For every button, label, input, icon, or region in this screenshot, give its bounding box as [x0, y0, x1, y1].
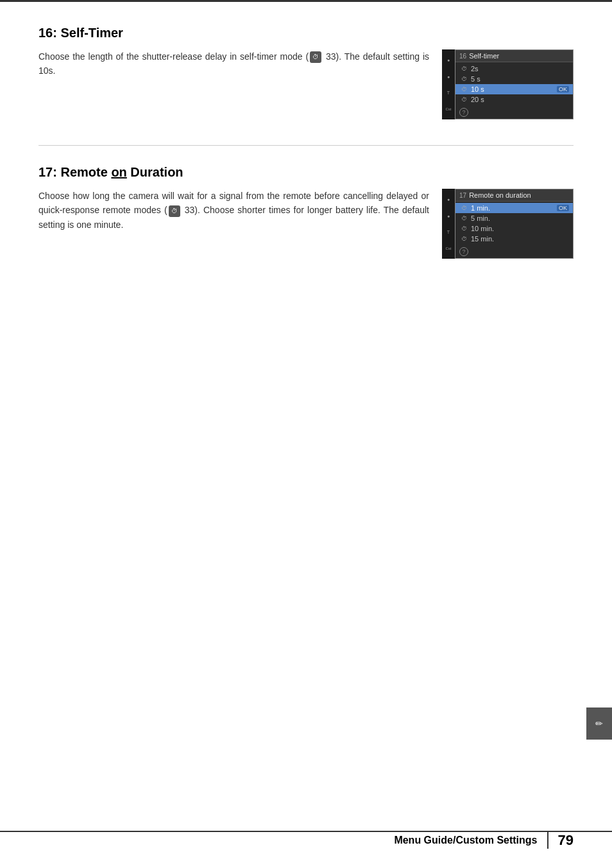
menu-17-label-5min: 5 min. — [471, 214, 569, 222]
side-label-cst: Cst — [443, 107, 454, 111]
menu-17-item-1min: ⏱ 1 min. OK — [455, 203, 573, 213]
remote-icon: ⏱ — [169, 205, 180, 217]
self-timer-icon: ⏱ — [310, 51, 321, 63]
camera-menu-16: 16 Self-timer ⏱ 2s ⏱ 5 s ⏱ — [455, 49, 574, 119]
menu-16-num: 16 — [459, 53, 466, 60]
section-17-num: 17: — [38, 165, 57, 179]
menu-17-icon-1min: ⏱ — [459, 205, 468, 211]
menu-16-label-5s: 5 s — [471, 75, 569, 83]
section-16-menu-wrapper: ● ● T Cst 16 Self-timer ⏱ 2s — [442, 49, 574, 119]
menu-16-label-10s: 10 s — [471, 85, 554, 93]
menu-17-item-5min: ⏱ 5 min. — [455, 213, 573, 223]
bookmark-tab: ✏ — [586, 707, 612, 740]
menu-17-item-15min: ⏱ 15 min. — [455, 234, 573, 244]
section-16-num: 16: — [38, 26, 57, 40]
menu-side-labels-16: ● ● T Cst — [442, 49, 455, 119]
footer-page-number: 79 — [547, 832, 574, 849]
section-16: 16: Self-Timer Choose the length of the … — [38, 26, 574, 119]
menu-17-icon-5min: ⏱ — [459, 215, 468, 221]
help-icon-16: ? — [459, 108, 468, 117]
section-17: 17: Remote on Duration Choose how long t… — [38, 165, 574, 259]
menu-16-icon-20s: ⏱ — [459, 96, 468, 103]
menu-side-labels-17: ● ● T Cst — [442, 189, 455, 259]
camera-menu-16-footer: ? — [455, 106, 573, 119]
menu-17-icon-10min: ⏱ — [459, 225, 468, 232]
section-17-title: 17: Remote on Duration — [38, 165, 574, 180]
camera-menu-16-header: 16 Self-timer — [455, 50, 573, 62]
side-label-dot1-17: ● — [443, 197, 454, 202]
camera-menu-16-items: ⏱ 2s ⏱ 5 s ⏱ 10 s OK ⏱ — [455, 62, 573, 106]
section-16-rest: Self-Timer — [57, 26, 123, 40]
menu-17-label-15min: 15 min. — [471, 235, 569, 243]
page-footer: Menu Guide/Custom Settings 79 — [0, 831, 612, 849]
camera-menu-17-footer: ? — [455, 245, 573, 258]
menu-16-item-5s: ⏱ 5 s — [455, 74, 573, 84]
menu-17-num: 17 — [459, 192, 466, 199]
menu-16-item-20s: ⏱ 20 s — [455, 94, 573, 105]
side-label-t: T — [443, 91, 454, 95]
menu-17-icon-15min: ⏱ — [459, 236, 468, 242]
section-17-on: on — [111, 165, 126, 179]
footer-content: Menu Guide/Custom Settings 79 — [394, 832, 574, 849]
menu-17-label-10min: 10 min. — [471, 225, 569, 232]
camera-menu-17: 17 Remote on duration ⏱ 1 min. OK ⏱ 5 mi… — [455, 189, 574, 259]
section-separator — [38, 145, 574, 146]
menu-17-label-1min: 1 min. — [471, 204, 554, 212]
menu-17-label: Remote on duration — [469, 191, 531, 199]
camera-menu-17-items: ⏱ 1 min. OK ⏱ 5 min. ⏱ 10 min. — [455, 202, 573, 245]
menu-16-icon-5s: ⏱ — [459, 76, 468, 82]
side-label-t-17: T — [443, 230, 454, 234]
menu-17-item-10min: ⏱ 10 min. — [455, 223, 573, 234]
section-17-rest: Remote on Duration — [57, 165, 183, 179]
menu-16-item-10s: ⏱ 10 s OK — [455, 84, 573, 94]
section-17-text: Choose how long the camera will wait for… — [38, 189, 429, 232]
menu-16-icon-2s: ⏱ — [459, 65, 468, 72]
side-label-dot2-17: ● — [443, 214, 454, 218]
menu-16-ok-badge: OK — [557, 86, 569, 92]
side-label-dot1: ● — [443, 58, 454, 62]
section-17-menu-wrapper: ● ● T Cst 17 Remote on duration ⏱ 1 min. — [442, 189, 574, 259]
footer-text: Menu Guide/Custom Settings — [394, 835, 537, 846]
section-16-title: 16: Self-Timer — [38, 26, 574, 40]
side-label-cst-17: Cst — [443, 247, 454, 250]
menu-16-label-2s: 2s — [471, 65, 569, 73]
help-icon-17: ? — [459, 247, 468, 256]
menu-17-ok-badge: OK — [557, 205, 569, 211]
camera-menu-17-header: 17 Remote on duration — [455, 189, 573, 202]
menu-16-item-2s: ⏱ 2s — [455, 64, 573, 74]
menu-16-label: Self-timer — [469, 52, 499, 60]
menu-16-icon-10s: ⏱ — [459, 86, 468, 92]
bookmark-icon: ✏ — [595, 718, 603, 729]
menu-16-label-20s: 20 s — [471, 96, 569, 103]
section-16-text: Choose the length of the shutter-release… — [38, 49, 429, 78]
side-label-dot2: ● — [443, 74, 454, 79]
